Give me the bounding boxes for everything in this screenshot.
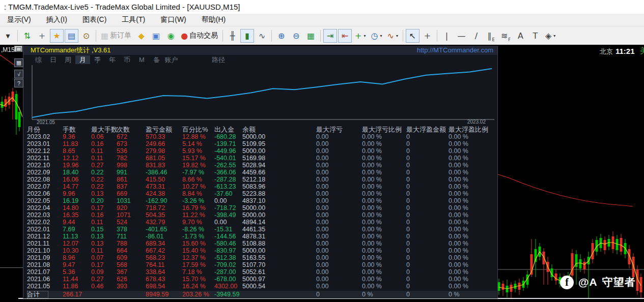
menu-item[interactable]: 帮助(H) [202, 15, 226, 24]
auto-scroll-button[interactable]: ⇤ [338, 29, 352, 43]
panel-image-button[interactable]: ▦ [14, 58, 23, 67]
panel-tab[interactable]: 账户 [164, 55, 179, 64]
table-row: 2021.075.360.09367338.647.18 %-287.00505… [27, 268, 497, 276]
dropdown-arrow-icon[interactable]: ▾ [380, 34, 382, 38]
indicators-button[interactable]: ∿▾ [385, 29, 400, 43]
table-cell: 203.26 % [182, 291, 214, 298]
table-cell: 2022.12 [27, 147, 63, 155]
table-row: 2021.1010.300.11664667.4215.40 %-830.975… [27, 247, 497, 254]
table-cell: 2022.04 [27, 204, 63, 212]
vertical-line-button[interactable]: | [440, 29, 454, 43]
table-cell: 0 [406, 268, 449, 276]
table-cell: -86.01 [146, 233, 182, 240]
table-cell: 11.83 [63, 140, 91, 147]
new-order-button[interactable]: ▦新订单 [99, 29, 133, 43]
menu-item[interactable]: 工具(T) [122, 15, 145, 24]
panel-tab[interactable]: 周 [61, 55, 75, 64]
table-cell: 0.22 [91, 176, 117, 183]
table-cell: 8.84 % [182, 190, 214, 197]
line-chart-button[interactable]: ∿ [255, 29, 269, 43]
table-cell: 504.35 [146, 212, 182, 219]
panel-confirm-button[interactable]: √ [14, 70, 23, 78]
panel-website-link[interactable]: http://MTCommander.com [417, 46, 493, 54]
panel-tab[interactable]: 月 [75, 55, 90, 64]
algo-trading-button[interactable]: ●自动交易 [179, 29, 220, 43]
table-cell: 7.69 [63, 226, 91, 233]
panel-tab[interactable]: 备 [149, 55, 164, 64]
menu-item[interactable]: 插入(I) [46, 15, 67, 24]
table-cell: 8.96 [63, 254, 91, 261]
cursor-button[interactable]: ↖ [406, 29, 419, 43]
panel-tab[interactable]: M [134, 55, 149, 64]
column-header: 最大浮亏 [316, 126, 362, 133]
table-cell: -678.00 [214, 276, 242, 283]
timeframes-button[interactable]: ◷▾ [369, 29, 384, 43]
panel-tab[interactable]: 日 [46, 55, 61, 64]
table-cell: 5052.61 [242, 268, 316, 276]
panel-help-button[interactable]: ? [14, 79, 23, 87]
signals-button[interactable]: ◉ [164, 29, 178, 43]
axis-label-start: 2021.05 [37, 119, 55, 125]
menu-item[interactable]: 显示(V) [7, 15, 31, 24]
shift-chart-end-button[interactable]: ⇥ [323, 29, 337, 43]
panel-tab[interactable]: 币 [120, 55, 134, 64]
fibonacci-button[interactable]: ≋F [499, 29, 513, 43]
table-cell: 367 [117, 268, 146, 276]
strategy-tester-button[interactable]: ⊙ [79, 29, 93, 43]
table-cell: -144.56 [214, 233, 242, 240]
tab-path[interactable]: 路径 [208, 55, 229, 64]
table-cell: 16.06 [63, 176, 91, 183]
panel-tab[interactable]: 季 [90, 55, 105, 64]
zoom-in-button[interactable]: ⊕ [274, 29, 288, 43]
zoom-in-icon: ⊕ [278, 31, 285, 41]
mtcommander-stats-panel: MTCommander统计 ,V3.61 http://MTCommander.… [23, 46, 498, 298]
equidistant-channel-button[interactable]: ∥E [484, 29, 498, 43]
table-header-row: 月份手数最大手数次数盈亏金额百分比%出入金余额最大浮亏最大浮亏比例最大浮盈金额最… [27, 126, 497, 133]
toolbar-separator [271, 30, 272, 42]
new-chart-button[interactable]: +▾ [353, 29, 368, 43]
text-button[interactable]: A [514, 29, 527, 43]
arrows-button[interactable]: ◈▾ [543, 29, 557, 43]
dropdown-arrow-icon[interactable]: ▾ [396, 34, 398, 38]
table-cell: 0.00 % [362, 283, 406, 290]
restore-window-button[interactable] [14, 46, 22, 52]
crosshair-button[interactable]: + [421, 29, 434, 43]
candlestick-chart-button[interactable]: ▮ [240, 29, 254, 43]
panel-tab[interactable]: 年 [105, 55, 120, 64]
table-cell: 0.00 [316, 140, 362, 147]
table-cell: -262.55 [214, 162, 242, 169]
text-icon: A [518, 31, 523, 41]
table-cell: 5212.18 [242, 176, 316, 183]
zoom-out-button[interactable]: ⊖ [289, 29, 303, 43]
navigator-button[interactable]: ▤ [65, 29, 78, 43]
text-label-button[interactable]: T [528, 29, 542, 43]
panel-tab[interactable]: 综 [31, 55, 46, 64]
menu-item[interactable]: 图表(C) [82, 15, 106, 24]
menu-item[interactable]: 窗口(W) [160, 15, 186, 24]
table-row: 2022.029.440.11524432.799.70 %0.004894.1… [27, 219, 497, 226]
cursor-icon: ↖ [409, 31, 416, 41]
toolbar-overflow-chevron[interactable]: ▾ [1, 29, 15, 43]
table-cell: 0 [406, 162, 449, 169]
dropdown-arrow-icon[interactable]: ▾ [553, 34, 555, 38]
table-cell: 0.00 % [449, 219, 497, 226]
table-cell: 0.00 [316, 176, 362, 183]
table-cell: 4302.00 [214, 283, 242, 290]
metaeditor-button[interactable]: ◆ [134, 29, 148, 43]
table-cell: 0.00 [214, 219, 242, 226]
favorites-button[interactable]: ★ [50, 29, 64, 43]
bar-chart-button[interactable]: ╫ [226, 29, 239, 43]
data-window-button[interactable]: + [35, 29, 49, 43]
clock: 北京11:21 [600, 47, 635, 56]
table-cell: 4461.35 [242, 226, 316, 233]
dropdown-arrow-icon[interactable]: ▾ [364, 34, 366, 38]
horizontal-line-button[interactable]: — [455, 29, 468, 43]
trendline-button[interactable]: / [469, 29, 483, 43]
table-cell: 15.17 % [182, 155, 214, 162]
new-order-button-label: 新订单 [110, 31, 131, 40]
table-cell: 0.00 [316, 268, 362, 276]
mql5-community-button[interactable]: ▣ [149, 29, 163, 43]
tile-windows-button[interactable]: ▦ [304, 29, 318, 43]
algo-trading-icon: ● [181, 31, 188, 41]
market-watch-button[interactable]: ⇅ [20, 29, 34, 43]
